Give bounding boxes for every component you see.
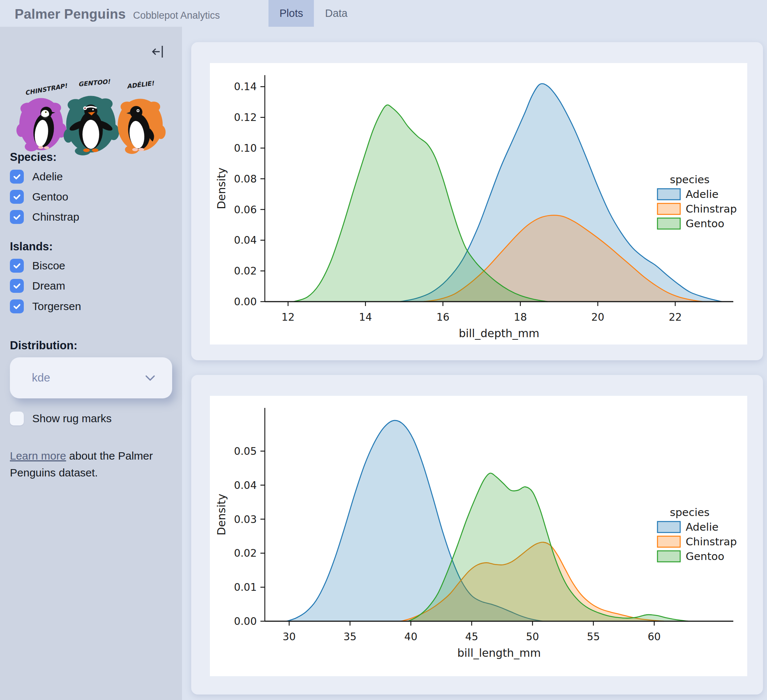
sidebar-collapse-icon[interactable] — [151, 44, 167, 60]
svg-text:16: 16 — [436, 311, 449, 323]
learn-more-link[interactable]: Learn more — [10, 450, 66, 462]
svg-text:0.01: 0.01 — [234, 581, 257, 593]
checkbox-show-rug-marks[interactable]: Show rug marks — [10, 410, 112, 427]
svg-text:species: species — [670, 506, 710, 518]
checkbox-label: Torgersen — [32, 300, 81, 313]
svg-text:30: 30 — [283, 631, 296, 643]
checkbox[interactable] — [10, 411, 24, 426]
checkbox[interactable] — [10, 279, 24, 293]
svg-text:Adelie: Adelie — [686, 521, 719, 533]
svg-text:45: 45 — [465, 631, 478, 643]
svg-text:18: 18 — [514, 311, 527, 323]
tab-data[interactable]: Data — [314, 0, 358, 27]
svg-text:Chinstrap: Chinstrap — [686, 203, 737, 215]
checkbox-label: Biscoe — [32, 260, 65, 272]
svg-text:Adelie: Adelie — [686, 188, 719, 201]
checkbox[interactable] — [10, 259, 24, 273]
svg-text:Density: Density — [215, 167, 228, 209]
svg-text:Chinstrap: Chinstrap — [686, 536, 737, 548]
chevron-down-icon — [145, 375, 155, 383]
check-icon — [13, 192, 21, 201]
svg-text:0.00: 0.00 — [234, 615, 257, 627]
checkbox-label: Adelie — [32, 171, 63, 183]
species-heading: Species: — [10, 151, 57, 164]
gentoo-label: GENTOO! — [78, 78, 111, 88]
tab-plots[interactable]: Plots — [269, 0, 314, 27]
svg-text:Density: Density — [215, 494, 228, 536]
svg-text:22: 22 — [669, 311, 682, 323]
checkbox-island-dream[interactable]: Dream — [10, 278, 65, 294]
chinstrap-label: CHINSTRAP! — [25, 82, 68, 96]
distribution-select[interactable]: kde — [10, 357, 172, 399]
checkbox-island-torgersen[interactable]: Torgersen — [10, 298, 81, 314]
brand: Palmer Penguins Cobblepot Analytics — [15, 0, 220, 27]
app-title: Palmer Penguins — [15, 6, 126, 22]
kde-plot-bill-length: 303540455055600.000.010.020.030.040.05bi… — [210, 396, 747, 676]
distribution-heading: Distribution: — [10, 339, 77, 352]
svg-text:12: 12 — [282, 311, 295, 323]
checkbox[interactable] — [10, 210, 24, 224]
svg-text:bill_length_mm: bill_length_mm — [457, 646, 541, 659]
svg-text:Gentoo: Gentoo — [686, 550, 724, 563]
app-subtitle: Cobblepot Analytics — [133, 10, 220, 21]
adelie-label: ADÉLIE! — [126, 79, 155, 90]
svg-text:0.12: 0.12 — [234, 112, 257, 123]
distribution-selected-value: kde — [32, 357, 50, 399]
kde-plot-bill-depth: 1214161820220.000.020.040.060.080.100.12… — [210, 63, 747, 344]
check-icon — [13, 302, 21, 311]
checkbox[interactable] — [10, 300, 24, 313]
svg-text:55: 55 — [587, 631, 600, 643]
svg-text:0.04: 0.04 — [234, 479, 257, 491]
svg-text:0.06: 0.06 — [234, 204, 257, 216]
checkbox-species-chinstrap[interactable]: Chinstrap — [10, 209, 79, 225]
penguin-artwork: CHINSTRAP! GENTOO! ADÉLIE! — [10, 70, 170, 158]
svg-text:40: 40 — [404, 631, 418, 643]
sidebar: CHINSTRAP! GENTOO! ADÉLIE! Species: Adel… — [0, 27, 182, 700]
svg-text:0.02: 0.02 — [234, 547, 257, 559]
checkbox[interactable] — [10, 170, 24, 183]
islands-heading: Islands: — [10, 240, 53, 253]
svg-text:0.10: 0.10 — [234, 142, 257, 154]
checkbox-label: Dream — [32, 280, 65, 292]
svg-text:0.05: 0.05 — [234, 445, 257, 458]
svg-text:0.02: 0.02 — [234, 265, 257, 277]
svg-text:Gentoo: Gentoo — [686, 217, 724, 230]
check-icon — [13, 261, 21, 270]
checkbox-label: Show rug marks — [32, 412, 112, 425]
checkbox-species-adelie[interactable]: Adelie — [10, 169, 63, 185]
svg-text:0.14: 0.14 — [234, 81, 257, 93]
svg-text:species: species — [670, 173, 710, 186]
svg-text:0.04: 0.04 — [234, 234, 257, 246]
checkbox-label: Chinstrap — [32, 211, 79, 223]
dataset-note: Learn more about the Palmer Penguins dat… — [10, 448, 167, 481]
check-icon — [13, 281, 21, 290]
checkbox-label: Gentoo — [32, 191, 68, 203]
check-icon — [13, 212, 21, 222]
checkbox[interactable] — [10, 190, 24, 204]
svg-text:60: 60 — [648, 631, 661, 643]
app-header: Palmer Penguins Cobblepot Analytics Plot… — [0, 0, 767, 27]
svg-text:bill_depth_mm: bill_depth_mm — [459, 327, 539, 340]
nav-tabs: Plots Data — [269, 0, 359, 27]
svg-text:35: 35 — [344, 631, 357, 643]
svg-text:14: 14 — [359, 311, 372, 323]
svg-text:20: 20 — [591, 311, 605, 323]
checkbox-species-gentoo[interactable]: Gentoo — [10, 189, 68, 205]
checkbox-island-biscoe[interactable]: Biscoe — [10, 258, 65, 274]
svg-text:50: 50 — [526, 631, 539, 643]
svg-text:0.08: 0.08 — [234, 173, 257, 185]
check-icon — [13, 172, 21, 181]
svg-text:0.03: 0.03 — [234, 513, 257, 526]
svg-text:0.00: 0.00 — [234, 296, 257, 308]
